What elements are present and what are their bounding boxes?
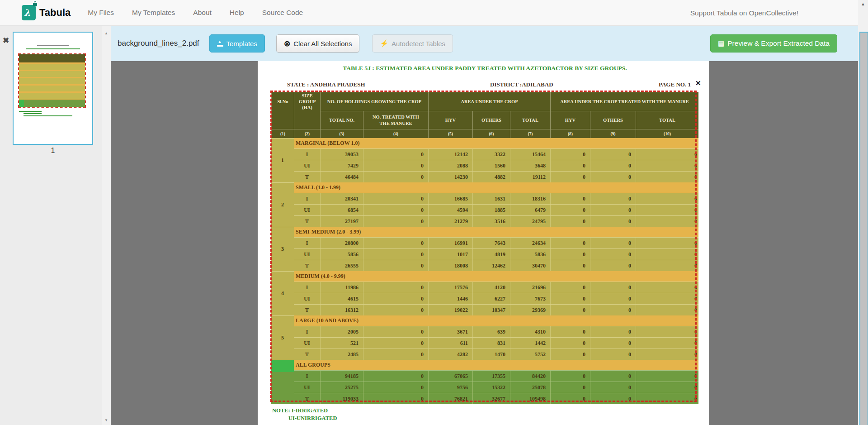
lightning-icon: ⚡ [380,39,388,48]
window-scrollbar-thumb[interactable] [859,32,868,425]
templates-button[interactable]: Templates [209,34,265,53]
pdf-note-line2: UI-UNIRRIGATED [288,415,337,422]
window-scrollbar[interactable]: ▲ [858,0,868,425]
autodetect-tables-button[interactable]: ⚡ Autodetect Tables [372,34,453,53]
brand-name: Tabula [39,7,71,19]
selection-box[interactable] [270,91,697,402]
pdf-state-label: STATE : ANDHRA PRADESH [287,81,365,88]
page-thumbnail[interactable] [13,32,93,145]
thumbnail-page-number: 1 [13,147,93,155]
nav-help[interactable]: Help [230,9,244,17]
nav-source-code[interactable]: Source Code [262,9,303,17]
window-scroll-up-icon[interactable]: ▲ [858,2,868,6]
pdf-table-title: TABLE 5J : ESTIMATED AREA UNDER PADDY TR… [271,65,698,72]
nav-about[interactable]: About [193,9,212,17]
tabula-app: λ Tabula My Files My Templates About Hel… [0,0,868,425]
thumbnail-table [18,53,86,108]
support-link[interactable]: Support Tabula on OpenCollective! [690,0,798,26]
filename-label: background_lines_2.pdf [118,39,199,48]
lock-icon [33,3,37,6]
preview-export-button[interactable]: ▤ Preview & Export Extracted Data [710,34,837,53]
remove-selection-icon[interactable]: ✕ [695,79,701,87]
pdf-note-line1: NOTE: I-IRRIGATED [272,407,328,414]
toolbar: background_lines_2.pdf Templates ⊗ Clear… [111,26,858,61]
pdf-district-label: DISTRICT :ADILABAD [490,81,553,88]
nav-links: My Files My Templates About Help Source … [88,9,303,17]
template-upload-icon [217,41,223,47]
main-area: background_lines_2.pdf Templates ⊗ Clear… [111,26,858,425]
clear-all-selections-button[interactable]: ⊗ Clear All Selections [276,34,359,53]
scroll-down-icon[interactable]: ▼ [102,418,111,422]
navbar: λ Tabula My Files My Templates About Hel… [0,0,858,26]
brand[interactable]: λ Tabula [22,5,71,20]
nav-my-files[interactable]: My Files [88,9,114,17]
sidebar: ✖ 1 [0,26,102,425]
document-viewport: TABLE 5J : ESTIMATED AREA UNDER PADDY TR… [111,61,858,425]
scroll-up-icon[interactable]: ▲ [102,31,111,35]
remove-file-icon[interactable]: ✖ [3,36,9,45]
clear-circle-x-icon: ⊗ [284,39,290,48]
sidebar-scrollbar[interactable]: ▲ ▼ [102,26,111,425]
tabula-logo-icon: λ [22,5,36,20]
table-list-icon: ▤ [718,39,724,48]
pdf-page-number-label: PAGE NO. 1 [659,81,691,88]
pdf-page: TABLE 5J : ESTIMATED AREA UNDER PADDY TR… [258,61,709,425]
nav-my-templates[interactable]: My Templates [132,9,175,17]
